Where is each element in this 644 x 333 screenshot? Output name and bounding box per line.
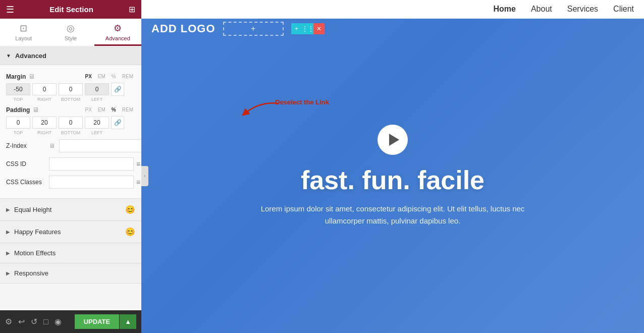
sidebar-content: ▼ Advanced Margin 🖥 PX — [0, 47, 141, 333]
equal-height-section[interactable]: ▶ Equal Height 😊 — [0, 199, 141, 221]
update-btn-group: UPDATE ▲ — [75, 314, 136, 329]
margin-left-input[interactable] — [85, 83, 109, 95]
history-tool-icon[interactable]: ↩ — [18, 317, 25, 326]
padding-right-input[interactable] — [32, 117, 57, 129]
play-triangle-icon — [389, 134, 399, 146]
tab-layout-label: Layout — [15, 35, 32, 41]
z-index-input[interactable] — [59, 139, 141, 152]
margin-bottom-input[interactable] — [59, 83, 83, 95]
z-index-row: Z-Index 🖥 — [6, 139, 135, 152]
edit-section-bar: ☰ Edit Section ⊞ — [0, 0, 141, 19]
advanced-section-label: Advanced — [15, 52, 46, 60]
update-button[interactable]: UPDATE — [75, 314, 119, 329]
padding-row: Padding 🖥 PX EM % REM — [6, 106, 135, 135]
css-id-icon: ≡ — [136, 160, 140, 168]
redo-tool-icon[interactable]: ↺ — [31, 317, 37, 326]
play-button[interactable] — [378, 125, 408, 155]
sidebar: ⊡ Layout ◎ Style ⚙ Advanced ▼ Advanced — [0, 19, 141, 333]
layers-tool-icon[interactable]: □ — [43, 317, 48, 326]
css-classes-icon: ≡ — [136, 178, 140, 186]
advanced-section-content: Margin 🖥 PX EM % REM — [0, 65, 141, 199]
bottom-toolbar: ⚙ ↩ ↺ □ ◉ UPDATE ▲ — [0, 310, 141, 333]
hero-content: fast. fun. facile Lorem ipsum dolor sit … — [141, 19, 644, 333]
margin-unit-px[interactable]: PX — [83, 73, 94, 80]
nav-home[interactable]: Home — [493, 5, 515, 14]
advanced-arrow-icon: ▼ — [6, 53, 11, 59]
menu-icon[interactable]: ☰ — [6, 4, 14, 15]
equal-height-right-icon: 😊 — [125, 205, 135, 214]
happy-features-right-icon: 😊 — [125, 227, 135, 237]
grid-icon[interactable]: ⊞ — [129, 5, 135, 14]
content-area: ADD LOGO + + ⋮⋮ ✕ fast. fun. facile — [141, 19, 644, 333]
advanced-icon: ⚙ — [114, 23, 122, 34]
settings-tool-icon[interactable]: ⚙ — [5, 317, 12, 326]
nav-services[interactable]: Services — [567, 5, 598, 14]
style-icon: ◎ — [67, 23, 75, 34]
margin-row: Margin 🖥 PX EM % REM — [6, 73, 135, 102]
motion-effects-section[interactable]: ▶ Motion Effects — [0, 243, 141, 263]
responsive-arrow-icon: ▶ — [6, 270, 10, 276]
tab-style-label: Style — [65, 35, 77, 41]
padding-device-icon: 🖥 — [32, 106, 39, 114]
advanced-section-header[interactable]: ▼ Advanced — [0, 47, 141, 65]
padding-unit-em[interactable]: EM — [96, 106, 108, 113]
padding-unit-rem[interactable]: REM — [120, 106, 135, 113]
margin-unit-em[interactable]: EM — [96, 73, 108, 80]
margin-right-input[interactable] — [32, 83, 57, 95]
css-classes-label: CSS Classes — [6, 179, 49, 186]
margin-unit-rem[interactable]: REM — [120, 73, 135, 80]
padding-units: PX EM % REM — [83, 106, 135, 113]
motion-effects-label: Motion Effects — [14, 249, 56, 257]
tab-advanced[interactable]: ⚙ Advanced — [94, 19, 141, 46]
margin-unit-pct[interactable]: % — [110, 73, 118, 80]
nav-client[interactable]: Client — [613, 5, 634, 14]
tab-layout[interactable]: ⊡ Layout — [0, 19, 47, 46]
css-classes-row: CSS Classes ≡ — [6, 176, 135, 189]
happy-features-section[interactable]: ▶ Happy Features 😊 — [0, 221, 141, 243]
css-id-row: CSS ID ≡ — [6, 157, 135, 171]
motion-effects-arrow-icon: ▶ — [6, 250, 10, 256]
css-classes-input[interactable] — [49, 176, 134, 189]
update-arrow-button[interactable]: ▲ — [120, 314, 136, 329]
margin-label: Margin — [6, 73, 26, 80]
margin-link-button[interactable]: 🔗 — [111, 83, 124, 96]
happy-features-arrow-icon: ▶ — [6, 229, 10, 235]
tab-style[interactable]: ◎ Style — [47, 19, 94, 46]
padding-unit-px[interactable]: PX — [83, 106, 94, 113]
z-index-device-icon: 🖥 — [49, 142, 55, 149]
responsive-label: Responsive — [14, 269, 48, 277]
page-title: Edit Section — [49, 5, 93, 14]
tab-advanced-label: Advanced — [105, 35, 130, 41]
padding-label: Padding — [6, 106, 30, 114]
padding-link-button[interactable]: 🔗 — [111, 116, 124, 129]
sidebar-collapse-handle[interactable]: ‹ — [141, 166, 148, 186]
eye-tool-icon[interactable]: ◉ — [55, 317, 62, 326]
margin-top-input[interactable] — [6, 83, 30, 95]
css-id-label: CSS ID — [6, 160, 49, 168]
padding-left-input[interactable] — [85, 117, 109, 129]
padding-unit-pct[interactable]: % — [110, 106, 118, 113]
z-index-label: Z-Index — [6, 142, 49, 149]
responsive-section[interactable]: ▶ Responsive — [0, 263, 141, 284]
margin-units: PX EM % REM — [83, 73, 135, 80]
padding-top-input[interactable] — [6, 117, 30, 129]
tabs-row: ⊡ Layout ◎ Style ⚙ Advanced — [0, 19, 141, 47]
hero-title: fast. fun. facile — [301, 165, 485, 195]
equal-height-label: Equal Height — [14, 206, 51, 213]
happy-features-label: Happy Features — [14, 228, 61, 236]
margin-device-icon: 🖥 — [28, 73, 35, 80]
equal-height-arrow-icon: ▶ — [6, 207, 10, 212]
tool-icons-group: ⚙ ↩ ↺ □ ◉ — [5, 317, 62, 326]
nav-about[interactable]: About — [531, 5, 552, 14]
css-id-input[interactable] — [49, 157, 134, 171]
padding-bottom-input[interactable] — [59, 117, 83, 129]
layout-icon: ⊡ — [20, 23, 27, 34]
nav-bar: Home About Services Client — [141, 0, 644, 19]
hero-subtitle: Lorem ipsum dolor sit amet, consectetur … — [251, 203, 534, 227]
